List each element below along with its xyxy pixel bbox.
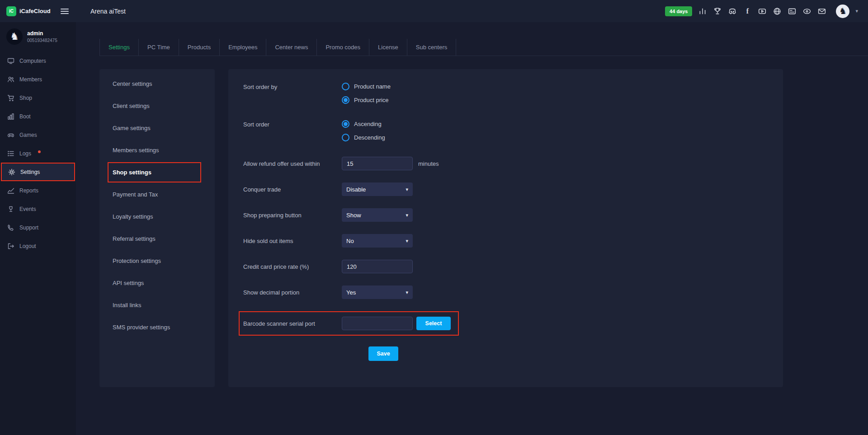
radio-unchecked-icon (342, 134, 349, 141)
tab-settings[interactable]: Settings (99, 39, 139, 56)
discord-icon[interactable] (728, 7, 737, 16)
form-row-save: Save (243, 346, 783, 361)
tab-license[interactable]: License (369, 39, 407, 56)
nav-item-members-settings[interactable]: Members settings (99, 139, 215, 161)
license-days-badge[interactable]: 44 days (665, 6, 692, 16)
conquer-trade-select[interactable]: Disable ▾ (342, 182, 413, 196)
tab-bar: Settings PC Time Products Employees Cent… (99, 39, 868, 56)
show-decimal-portion-label: Show decimal portion (243, 289, 342, 296)
nav-item-referral-settings[interactable]: Referral settings (99, 228, 215, 250)
sidebar-item-reports[interactable]: Reports (0, 181, 76, 200)
settings-category-nav: Center settings Client settings Game set… (99, 69, 215, 387)
tab-employees[interactable]: Employees (220, 39, 266, 56)
brand-name: iCafeCloud (19, 8, 51, 14)
nav-item-client-settings[interactable]: Client settings (99, 95, 215, 117)
youtube-icon[interactable] (758, 7, 767, 16)
nav-item-game-settings[interactable]: Game settings (99, 117, 215, 139)
tab-pc-time[interactable]: PC Time (139, 39, 179, 56)
barcode-scanner-serial-port-input[interactable] (342, 317, 413, 330)
chart-icon[interactable] (698, 7, 707, 16)
mail-icon[interactable] (817, 7, 826, 16)
sidebar: ♞ admin 005193482475 Computers Members S… (0, 22, 76, 435)
chevron-down-icon: ▾ (406, 212, 408, 218)
chevron-down-icon: ▾ (406, 187, 408, 192)
sort-order-label: Sort order (243, 120, 342, 128)
credit-card-price-rate-label: Credit card price rate (%) (243, 263, 342, 270)
facebook-icon[interactable]: f (743, 7, 752, 16)
form-row-refund-within: Allow refund offer used within minutes (243, 157, 783, 170)
settings-content: Center settings Client settings Game set… (99, 69, 868, 387)
form-row-hide-sold-out: Hide sold out items No ▾ (243, 234, 783, 248)
sidebar-item-games[interactable]: Games (0, 126, 76, 144)
sidebar-user-id: 005193482475 (27, 38, 57, 43)
logs-icon (7, 150, 14, 157)
brand-area: iC iCafeCloud (0, 6, 76, 16)
save-button[interactable]: Save (368, 346, 398, 361)
sidebar-menu: Computers Members Shop Boot Games Logs (0, 51, 76, 255)
radio-product-price[interactable]: Product price (342, 96, 391, 104)
nav-item-payment-and-tax[interactable]: Payment and Tax (99, 183, 215, 206)
show-decimal-portion-select[interactable]: Yes ▾ (342, 285, 413, 299)
report-chart-icon (7, 187, 14, 194)
tab-products[interactable]: Products (179, 39, 220, 56)
nav-item-sms-provider-settings[interactable]: SMS provider settings (99, 316, 215, 338)
id-card-icon[interactable] (788, 7, 797, 16)
tab-sub-centers[interactable]: Sub centers (407, 39, 456, 56)
nav-item-install-links[interactable]: Install links (99, 294, 215, 316)
globe-icon[interactable] (773, 7, 782, 16)
gear-icon (8, 168, 15, 176)
teamviewer-icon[interactable] (802, 7, 811, 16)
brand-logo-link[interactable]: iC iCafeCloud (6, 6, 51, 16)
shop-settings-form: Sort order by Product name Product price (228, 69, 783, 387)
events-trophy-icon (7, 206, 14, 213)
gamepad-icon (7, 131, 14, 139)
chevron-down-icon: ▾ (406, 238, 408, 244)
user-avatar[interactable]: ♞ (836, 5, 849, 18)
chevron-down-icon[interactable]: ▾ (855, 8, 858, 14)
select-port-button[interactable]: Select (416, 317, 451, 330)
shop-preparing-button-label: Shop preparing button (243, 212, 342, 219)
nav-item-shop-settings[interactable]: Shop settings (108, 162, 201, 182)
nav-item-api-settings[interactable]: API settings (99, 272, 215, 294)
sidebar-item-support[interactable]: Support (0, 218, 76, 237)
hide-sold-out-label: Hide sold out items (243, 238, 342, 244)
chevron-down-icon: ▾ (406, 290, 408, 295)
radio-product-name[interactable]: Product name (342, 83, 391, 90)
sidebar-item-members[interactable]: Members (0, 70, 76, 89)
topbar-right: 44 days f ♞ ▾ (665, 5, 868, 18)
page-layout: ♞ admin 005193482475 Computers Members S… (0, 0, 868, 435)
sidebar-item-settings[interactable]: Settings (1, 163, 75, 181)
sidebar-item-logout[interactable]: Logout (0, 237, 76, 255)
boot-icon (7, 113, 14, 120)
form-row-show-decimal-portion: Show decimal portion Yes ▾ (243, 285, 783, 299)
nav-item-loyalty-settings[interactable]: Loyalty settings (99, 206, 215, 228)
radio-descending[interactable]: Descending (342, 134, 385, 141)
form-row-conquer-trade: Conquer trade Disable ▾ (243, 182, 783, 196)
sidebar-item-shop[interactable]: Shop (0, 89, 76, 107)
nav-item-protection-settings[interactable]: Protection settings (99, 250, 215, 272)
cart-icon (7, 94, 14, 102)
hamburger-menu-icon[interactable] (61, 9, 69, 14)
conquer-trade-label: Conquer trade (243, 186, 342, 193)
trophy-icon[interactable] (713, 7, 722, 16)
refund-within-input[interactable] (342, 157, 413, 170)
logout-icon (7, 243, 14, 250)
barcode-scanner-serial-port-label: Barcode scanner serial port (243, 320, 342, 327)
sidebar-item-boot[interactable]: Boot (0, 107, 76, 126)
radio-checked-icon (342, 120, 349, 128)
sidebar-avatar: ♞ (6, 28, 23, 45)
sort-order-by-label: Sort order by (243, 83, 342, 90)
hide-sold-out-select[interactable]: No ▾ (342, 234, 413, 248)
center-name: Arena aiTest (90, 8, 126, 15)
sidebar-user-block: ♞ admin 005193482475 (0, 22, 76, 45)
tab-promo-codes[interactable]: Promo codes (317, 39, 369, 56)
credit-card-price-rate-input[interactable] (342, 260, 413, 273)
phone-icon (7, 224, 14, 231)
radio-ascending[interactable]: Ascending (342, 120, 385, 128)
tab-center-news[interactable]: Center news (266, 39, 317, 56)
shop-preparing-button-select[interactable]: Show ▾ (342, 208, 413, 222)
nav-item-center-settings[interactable]: Center settings (99, 73, 215, 95)
sidebar-item-computers[interactable]: Computers (0, 51, 76, 70)
sidebar-item-logs[interactable]: Logs (0, 144, 76, 163)
sidebar-item-events[interactable]: Events (0, 200, 76, 218)
